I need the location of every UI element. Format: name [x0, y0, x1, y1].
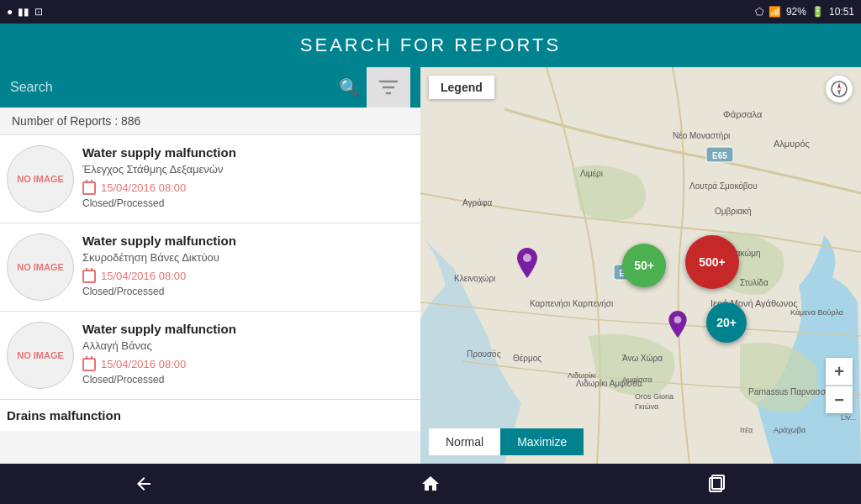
svg-text:Άνω Χώρα: Άνω Χώρα: [622, 354, 663, 363]
svg-text:Oros Giona: Oros Giona: [635, 392, 673, 401]
calendar-icon: [82, 358, 96, 371]
report-date: 15/04/2016 08:00: [82, 269, 414, 282]
svg-text:Γκιώνα: Γκιώνα: [635, 402, 658, 411]
svg-text:Parnassus Παρνασσός: Parnassus Παρνασσός: [748, 387, 834, 396]
bottom-navigation: [0, 464, 861, 504]
search-input[interactable]: [10, 80, 332, 95]
report-status: Closed/Processed: [82, 374, 414, 386]
view-mode-buttons: Normal Maximize: [429, 428, 584, 455]
map-cluster-20plus[interactable]: 20+: [706, 302, 747, 343]
svg-point-30: [523, 254, 531, 262]
status-left: ● ▮▮ ⊡: [7, 6, 43, 18]
svg-text:Θέρμος: Θέρμος: [513, 354, 541, 363]
home-button[interactable]: [400, 467, 461, 501]
svg-text:Φάρσαλα: Φάρσαλα: [723, 109, 763, 119]
report-count: Number of Reports : 886: [0, 108, 420, 135]
svg-text:Αλμυρός: Αλμυρός: [774, 139, 810, 149]
calendar-icon: [82, 181, 96, 195]
zoom-controls: + −: [826, 358, 853, 413]
report-details: Water supply malfunction Αλλαγή Βάνας 15…: [82, 322, 420, 386]
report-type: Water supply malfunction: [82, 322, 414, 336]
svg-text:Αμφίσσα: Αμφίσσα: [622, 375, 652, 384]
app-icon-2: ▮▮: [18, 6, 29, 18]
battery-level: 92%: [786, 6, 806, 18]
report-date: 15/04/2016 08:00: [82, 357, 414, 370]
svg-text:Αράχωβα: Αράχωβα: [774, 426, 806, 434]
report-details: Water supply malfunction Έλεγχος Στάθμης…: [82, 145, 420, 209]
recents-icon: [707, 474, 727, 494]
status-right: ⬠ 📶 92% 🔋 10:51: [755, 6, 854, 18]
svg-text:Λουτρά Σμοκόβου: Λουτρά Σμοκόβου: [689, 181, 758, 191]
map-pin-purple-1: [517, 248, 537, 281]
compass-icon: [831, 81, 848, 97]
calendar-icon: [82, 270, 96, 283]
main-content: 🔍 Number of Reports : 886 NO IMAGE Water…: [0, 67, 861, 464]
report-status: Closed/Processed: [82, 286, 414, 297]
report-status: Closed/Processed: [82, 197, 414, 209]
app-icon-3: ⊡: [34, 6, 43, 18]
battery-icon: 🔋: [811, 6, 824, 18]
svg-text:Αγράφα: Αγράφα: [462, 198, 492, 207]
back-icon: [134, 474, 154, 494]
wifi-icon: 📶: [769, 6, 781, 18]
reports-list[interactable]: NO IMAGE Water supply malfunction Έλεγχο…: [0, 135, 420, 464]
zoom-out-button[interactable]: −: [826, 386, 853, 413]
search-bar: 🔍: [0, 67, 420, 108]
svg-text:Liv...: Liv...: [841, 413, 856, 422]
svg-text:Στυλίδα: Στυλίδα: [740, 278, 769, 287]
left-panel: 🔍 Number of Reports : 886 NO IMAGE Water…: [0, 67, 420, 464]
svg-text:Νέο Μοναστήρι: Νέο Μοναστήρι: [673, 131, 730, 140]
page-header: SEARCH FOR REPORTS: [0, 24, 861, 67]
report-description: Σκυροδέτηση Βάνες Δικτύου: [82, 251, 414, 264]
svg-text:Λιδωρίκι: Λιδωρίκι: [568, 371, 596, 380]
zoom-in-button[interactable]: +: [826, 358, 853, 385]
report-date: 15/04/2016 08:00: [82, 181, 414, 194]
svg-text:Προυσός: Προυσός: [467, 349, 501, 359]
svg-text:Κάμενα Βούρλα: Κάμενα Βούρλα: [790, 308, 843, 317]
svg-text:Ομβριακή: Ομβριακή: [715, 207, 752, 216]
filter-icon: [377, 76, 400, 99]
map-cluster-50plus[interactable]: 50+: [622, 244, 666, 287]
no-image-placeholder: NO IMAGE: [7, 322, 74, 389]
report-type: Water supply malfunction: [82, 234, 414, 248]
report-item[interactable]: NO IMAGE Water supply malfunction Έλεγχο…: [0, 135, 420, 223]
back-button[interactable]: [114, 467, 174, 501]
home-icon: [420, 474, 441, 494]
filter-button[interactable]: [367, 67, 410, 108]
svg-text:E65: E65: [712, 151, 727, 160]
report-type: Water supply malfunction: [82, 145, 414, 160]
maximize-view-button[interactable]: Maximize: [500, 428, 584, 455]
report-item[interactable]: NO IMAGE Water supply malfunction Αλλαγή…: [0, 312, 420, 400]
app-icon-1: ●: [7, 6, 13, 18]
report-item[interactable]: Drains malfunction: [0, 400, 420, 431]
svg-marker-34: [837, 89, 841, 96]
svg-marker-33: [837, 82, 841, 89]
svg-text:Λιμέρι: Λιμέρι: [580, 169, 603, 178]
report-item[interactable]: NO IMAGE Water supply malfunction Σκυροδ…: [0, 223, 420, 312]
no-image-placeholder: NO IMAGE: [7, 234, 74, 301]
svg-text:Κλεινοχώρι: Κλεινοχώρι: [454, 274, 495, 283]
compass-button[interactable]: [826, 76, 853, 102]
svg-point-31: [674, 316, 682, 323]
report-description: Έλεγχος Στάθμης Δεξαμενών: [82, 163, 414, 176]
status-bar: ● ▮▮ ⊡ ⬠ 📶 92% 🔋 10:51: [0, 0, 861, 24]
report-details: Water supply malfunction Σκυροδέτηση Βάν…: [82, 234, 420, 297]
clock: 10:51: [829, 6, 854, 18]
page-title: SEARCH FOR REPORTS: [300, 34, 561, 56]
search-icon: 🔍: [339, 77, 360, 97]
svg-text:Ιτέα: Ιτέα: [740, 426, 753, 434]
map-panel: E65 E952 Φάρσαλα Αλμυρός Νέο Μοναστήρι Λ…: [420, 67, 861, 464]
normal-view-button[interactable]: Normal: [429, 428, 500, 455]
no-image-placeholder: NO IMAGE: [7, 145, 74, 213]
svg-text:Καρπενήσι Καρπενήσι: Καρπενήσι Καρπενήσι: [530, 299, 613, 308]
map-pin-purple-2: [668, 311, 687, 341]
report-description: Αλλαγή Βάνας: [82, 339, 414, 352]
bluetooth-icon: ⬠: [755, 6, 763, 18]
recents-button[interactable]: [687, 467, 747, 501]
map-cluster-500plus[interactable]: 500+: [685, 235, 739, 289]
legend-button[interactable]: Legend: [429, 76, 494, 99]
